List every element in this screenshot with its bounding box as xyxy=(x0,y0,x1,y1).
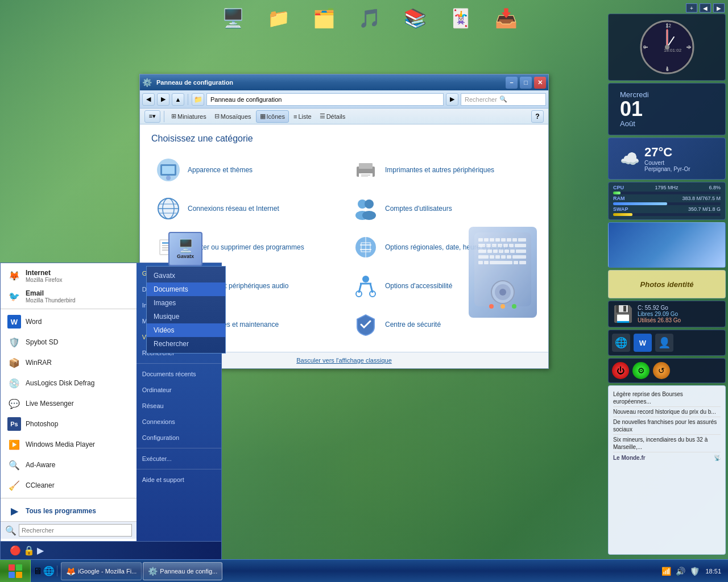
forward-button[interactable]: ▶ xyxy=(157,93,169,106)
start-item-ccleaner[interactable]: 🧹 CCleaner xyxy=(1,475,136,496)
start-item-spybot[interactable]: 🛡️ Spybot SD xyxy=(1,332,136,352)
start-button[interactable] xyxy=(0,560,31,583)
ctx-videos[interactable]: Vidéos xyxy=(147,323,225,337)
auslogics-icon: 💿 xyxy=(7,376,21,390)
svg-rect-60 xyxy=(478,255,489,259)
up-button[interactable]: ▲ xyxy=(172,93,184,106)
all-programs-item[interactable]: ▶ Tous les programmes xyxy=(1,501,136,521)
sm-reseau[interactable]: Réseau xyxy=(136,398,221,414)
desktop-icon-documents[interactable]: 🗂️ xyxy=(307,5,341,32)
liste-view-button[interactable]: ≡ Liste xyxy=(290,110,315,123)
svg-rect-45 xyxy=(518,238,526,242)
icones-view-button[interactable]: ▦ Icônes xyxy=(256,110,289,123)
miniatures-view-button[interactable]: ⊞ Miniatures xyxy=(168,110,210,123)
svg-rect-68 xyxy=(490,261,512,264)
ql-user-icon[interactable]: 👤 xyxy=(655,334,673,352)
ql-ie-icon[interactable]: 🌐 xyxy=(612,334,630,352)
start-item-winrar[interactable]: 📦 WinRAR xyxy=(1,352,136,373)
sidebar-next-button[interactable]: ▶ xyxy=(713,3,725,13)
sidebar-right: + ◀ ▶ 12 3 6 9 xyxy=(606,0,728,559)
sm-exec[interactable]: Exécuter... xyxy=(136,451,221,467)
ql-show-desktop[interactable]: 🖥 xyxy=(33,566,42,576)
search-icon[interactable]: 🔍 xyxy=(499,95,507,103)
photos-widget[interactable]: Photos identité xyxy=(608,270,726,298)
quicklaunch-widget: 🌐 W 👤 xyxy=(608,330,726,356)
start-item-thunderbird[interactable]: 🐦 Email Mozilla Thunderbird xyxy=(1,286,136,306)
taskbar-item-controlpanel[interactable]: ⚙️ Panneau de config... xyxy=(143,562,222,580)
start-item-firefox[interactable]: 🦊 Internet Mozilla Firefox xyxy=(1,265,136,286)
svg-rect-42 xyxy=(501,238,506,242)
views-dropdown[interactable]: ≡▾ xyxy=(144,110,160,123)
clock-widget: 12 3 6 9 18:01:02 xyxy=(608,14,726,81)
news-item-0[interactable]: Légère reprise des Bourses européennes..… xyxy=(613,389,721,407)
mosaiques-view-button[interactable]: ⊟ Mosaïques xyxy=(211,110,255,123)
winrar-icon: 📦 xyxy=(7,356,21,369)
maximize-button[interactable]: □ xyxy=(520,77,532,89)
help-button[interactable]: ? xyxy=(531,110,544,123)
category-appearance[interactable]: Apparence et thèmes xyxy=(151,153,340,187)
ram-progress-fill xyxy=(613,202,667,205)
desktop-icon-network[interactable]: 🖥️ xyxy=(216,5,250,32)
start-item-photoshop[interactable]: Ps Photoshop xyxy=(1,414,136,434)
close-button[interactable]: ✕ xyxy=(534,77,546,89)
desktop-icon-music[interactable]: 🎵 xyxy=(353,5,387,32)
minimize-button[interactable]: – xyxy=(506,77,518,89)
start-item-messenger[interactable]: 💬 Live Messenger xyxy=(1,393,136,414)
gavatx-icon[interactable]: 🖥️ Gavatx xyxy=(168,232,202,266)
svg-rect-5 xyxy=(359,163,373,169)
desktop-icon-downloads[interactable]: 📥 xyxy=(489,5,523,32)
sm-connexions[interactable]: Connexions xyxy=(136,414,221,430)
category-network[interactable]: Connexions réseau et Internet xyxy=(151,192,340,226)
svg-rect-63 xyxy=(501,255,506,259)
start-item-word[interactable]: W Word xyxy=(1,311,136,332)
ctx-musique[interactable]: Musique xyxy=(147,310,225,323)
desktop-icon-folder[interactable]: 📁 xyxy=(262,5,296,32)
start-item-auslogics[interactable]: 💿 AusLogics Disk Defrag xyxy=(1,373,136,393)
details-view-button[interactable]: ☰ Détails xyxy=(316,110,349,123)
sm-recent-docs[interactable]: Documents récents xyxy=(136,366,221,382)
start-search-bar[interactable]: 🔍 xyxy=(1,521,136,539)
power-settings-button[interactable]: ⚙ xyxy=(632,362,650,379)
power-restart-button[interactable]: ↺ xyxy=(653,362,670,379)
sidebar-prev-button[interactable]: ◀ xyxy=(700,3,711,13)
tray-volume-icon[interactable]: 🔊 xyxy=(675,567,686,576)
svg-rect-62 xyxy=(495,255,500,259)
search-bar[interactable]: Rechercher 🔍 xyxy=(461,93,546,106)
taskbar-tray: 📶 🔊 🛡️ 18:51 xyxy=(656,567,728,576)
desktop-icon-games[interactable]: 🃏 xyxy=(444,5,478,32)
start-search-input[interactable] xyxy=(19,524,132,537)
desktop-icon-library[interactable]: 📚 xyxy=(398,5,432,32)
printers-icon xyxy=(352,156,379,184)
ctx-images[interactable]: Images xyxy=(147,296,225,310)
svg-rect-39 xyxy=(484,238,489,242)
ctx-gavatx[interactable]: Gavatx xyxy=(147,269,225,282)
category-printers[interactable]: Imprimantes et autres périphériques xyxy=(349,153,537,187)
sidebar-add-button[interactable]: + xyxy=(686,3,697,13)
date-number: 01 xyxy=(620,99,649,119)
back-button[interactable]: ◀ xyxy=(142,93,155,106)
sm-help[interactable]: Aide et support xyxy=(136,472,221,488)
address-bar[interactable]: Panneau de configuration xyxy=(206,93,444,106)
news-item-3[interactable]: Six mineurs, incendiaires du bus 32 à Ma… xyxy=(613,435,721,452)
ql-ie-taskbar[interactable]: 🌐 xyxy=(43,566,55,576)
svg-text:9: 9 xyxy=(643,44,646,50)
power-off-button[interactable]: ⏻ xyxy=(612,362,629,379)
news-item-1[interactable]: Nouveau record historique du prix du b..… xyxy=(613,407,721,417)
start-item-adaware[interactable]: 🔍 Ad-Aware xyxy=(1,455,136,475)
ctx-documents[interactable]: Documents xyxy=(147,282,225,296)
accessibility-icon xyxy=(352,272,379,300)
ctx-rechercher[interactable]: Rechercher xyxy=(147,337,225,351)
cpu-progress xyxy=(613,192,721,194)
ql-word-icon[interactable]: W xyxy=(634,334,652,352)
news-item-2[interactable]: De nouvelles franchises pour les assurés… xyxy=(613,417,721,435)
taskbar-item-igoogle[interactable]: 🦊 iGoogle - Mozilla Fi... xyxy=(61,562,142,580)
footer-link[interactable]: Basculer vers l'affichage classique xyxy=(296,357,392,364)
sm-computer[interactable]: Ordinateur xyxy=(136,382,221,398)
search-placeholder: Rechercher xyxy=(465,96,497,103)
category-accounts[interactable]: Comptes d'utilisateurs xyxy=(349,192,537,226)
tray-security-icon[interactable]: 🛡️ xyxy=(689,567,701,576)
tray-network-icon[interactable]: 📶 xyxy=(660,567,672,576)
go-button[interactable]: ▶ xyxy=(446,93,458,106)
start-item-wmp[interactable]: ▶️ Windows Media Player xyxy=(1,434,136,455)
sm-config[interactable]: Configuration xyxy=(136,430,221,446)
